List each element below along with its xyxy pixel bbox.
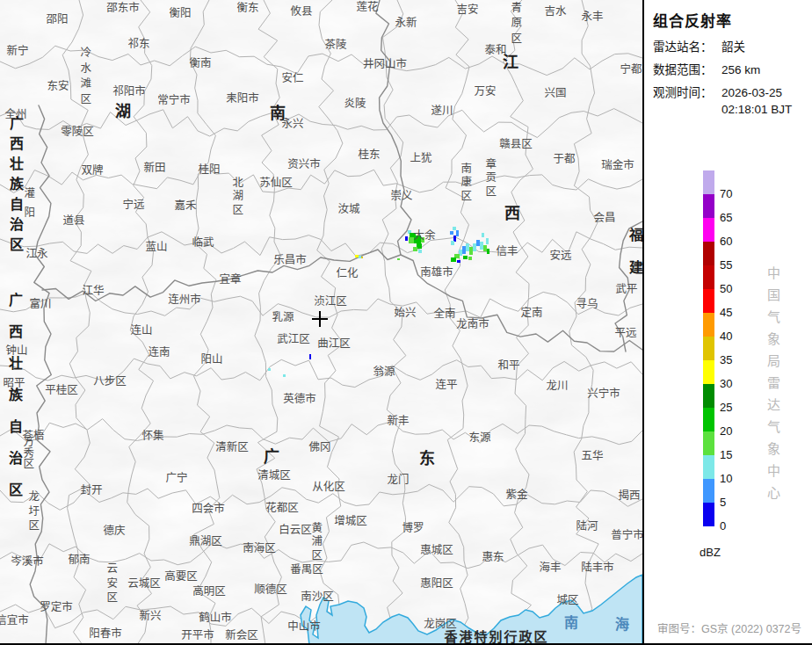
legend-color-step <box>703 384 714 408</box>
legend-color-step <box>703 360 714 384</box>
legend-tick-label: 70 <box>720 188 732 199</box>
legend-tick-label: 55 <box>720 259 732 271</box>
legend-tick-label: 20 <box>720 425 732 437</box>
legend-color-step <box>703 170 714 194</box>
time-label: 观测时间： <box>653 85 721 117</box>
time-date: 2026-03-25 <box>721 86 782 99</box>
legend-tick-label: 25 <box>720 402 732 413</box>
legend-tick-label: 45 <box>720 307 732 318</box>
legend-color-step <box>703 455 714 479</box>
legend-color-step <box>703 408 714 431</box>
legend-colorbar <box>703 170 714 526</box>
legend-color-step <box>703 242 714 265</box>
legend-tick-label: 5 <box>720 496 726 508</box>
legend-tick-label: 10 <box>720 473 732 484</box>
legend-tick-label: 30 <box>720 378 732 389</box>
info-panel: 组合反射率 雷达站名： 韶关 数据范围： 256 km 观测时间： 2026-0… <box>644 0 812 645</box>
station-value: 韶关 <box>721 40 803 55</box>
panel-header: 组合反射率 雷达站名： 韶关 数据范围： 256 km 观测时间： 2026-0… <box>644 0 812 118</box>
legend-tick-label: 35 <box>720 354 732 366</box>
radar-map: 邵阳邵东市衡阳新宁祁东衡南冷水滩区东安祁阳市常宁市耒阳市全州零陵区灌阳湖南衡东攸… <box>0 0 642 645</box>
radar-station-marker <box>312 311 328 327</box>
legend-tick-label: 15 <box>720 449 732 460</box>
time-value: 2026-03-25 02:18:01 BJT <box>721 85 803 117</box>
legend-tick-label: 65 <box>720 212 732 223</box>
legend-color-step <box>703 265 714 289</box>
range-row: 数据范围： 256 km <box>653 62 803 78</box>
legend-tick-label: 40 <box>720 330 732 342</box>
legend-color-step <box>703 218 714 242</box>
legend-tick-label: 60 <box>720 236 732 247</box>
legend-color-step <box>703 194 714 218</box>
legend-color-step <box>703 479 714 503</box>
radar-product-page: 邵阳邵东市衡阳新宁祁东衡南冷水滩区东安祁阳市常宁市耒阳市全州零陵区灌阳湖南衡东攸… <box>0 0 812 645</box>
legend-color-step <box>703 313 714 337</box>
product-title: 组合反射率 <box>653 9 803 31</box>
station-row: 雷达站名： 韶关 <box>653 40 803 55</box>
range-label: 数据范围： <box>653 62 721 78</box>
range-value: 256 km <box>721 62 803 78</box>
watermark-text: 中国气象局雷达气象中心 <box>764 266 782 508</box>
legend-color-step <box>703 337 714 360</box>
legend-color-step <box>703 289 714 313</box>
legend-unit: dBZ <box>700 546 721 559</box>
map-approval-number: 审图号：GS京 (2022) 0372号 <box>657 620 801 636</box>
time-clock: 02:18:01 BJT <box>721 103 792 116</box>
legend-color-step <box>703 431 714 455</box>
legend-tick-label: 50 <box>720 283 732 294</box>
station-label: 雷达站名： <box>653 40 721 55</box>
legend-tick-label: 0 <box>720 520 726 532</box>
time-row: 观测时间： 2026-03-25 02:18:01 BJT <box>653 85 803 117</box>
legend-color-step <box>703 503 714 526</box>
